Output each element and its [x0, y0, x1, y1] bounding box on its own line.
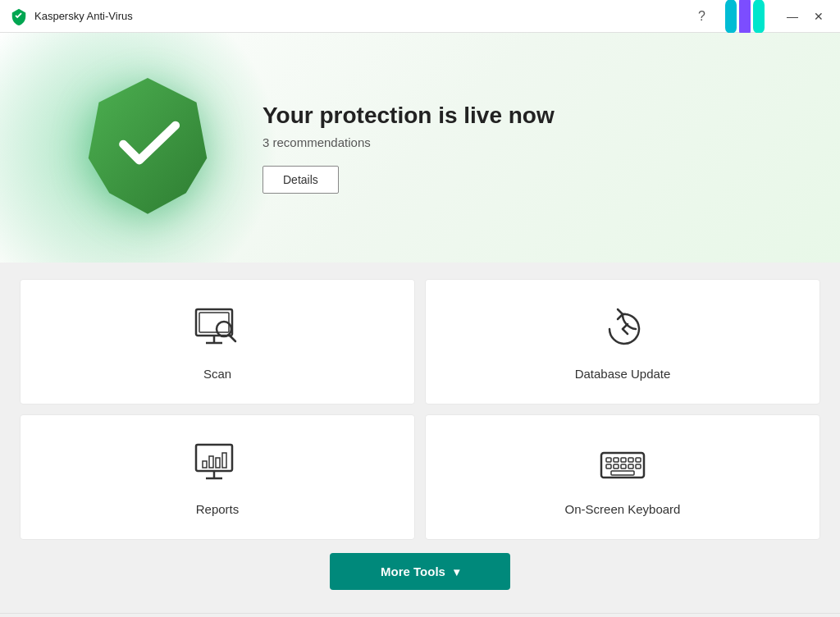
reports-tile[interactable]: Reports — [20, 414, 415, 540]
recommendations-text: 3 recommendations — [262, 135, 555, 149]
svg-rect-16 — [621, 458, 626, 462]
kaspersky-logo-group — [725, 0, 765, 37]
scan-label: Scan — [203, 367, 231, 381]
svg-rect-13 — [601, 453, 644, 478]
svg-rect-17 — [628, 458, 633, 462]
hero-text: Your protection is live now 3 recommenda… — [262, 103, 555, 194]
svg-rect-23 — [636, 464, 641, 468]
window-controls: — ✕ — [781, 5, 830, 28]
ks-bar-teal — [753, 0, 765, 34]
title-bar: Kaspersky Anti-Virus ? — ✕ — [0, 0, 840, 33]
database-update-label: Database Update — [575, 367, 671, 381]
more-tools-container: More Tools ▾ — [20, 553, 820, 590]
update-icon — [596, 306, 649, 355]
svg-rect-18 — [636, 458, 641, 462]
main-content: Scan Database Update — [0, 263, 840, 613]
chevron-down-icon: ▾ — [454, 565, 459, 578]
svg-rect-12 — [222, 453, 226, 468]
shield-container — [66, 57, 230, 238]
svg-rect-24 — [611, 471, 634, 475]
svg-rect-15 — [614, 458, 619, 462]
protection-title: Your protection is live now — [262, 103, 555, 129]
title-bar-left: Kaspersky Anti-Virus — [10, 7, 133, 25]
reports-icon — [191, 441, 244, 491]
ks-bar-purple — [739, 0, 751, 37]
database-update-tile[interactable]: Database Update — [425, 279, 820, 404]
tiles-grid: Scan Database Update — [20, 279, 820, 540]
scan-icon — [191, 306, 244, 355]
footer: ⚙ ↻ Other products My Kaspersky Subscrip… — [0, 613, 840, 617]
close-button[interactable]: ✕ — [807, 5, 830, 28]
minimize-button[interactable]: — — [781, 5, 804, 28]
app-title: Kaspersky Anti-Virus — [34, 10, 133, 22]
title-bar-right: ? — ✕ — [692, 0, 830, 37]
svg-rect-10 — [209, 456, 213, 468]
app-logo-icon — [10, 7, 28, 25]
on-screen-keyboard-label: On-Screen Keyboard — [565, 502, 681, 516]
hero-section: Your protection is live now 3 recommenda… — [0, 33, 840, 263]
reports-label: Reports — [196, 502, 240, 516]
scan-tile[interactable]: Scan — [20, 279, 415, 404]
more-tools-button[interactable]: More Tools ▾ — [330, 553, 510, 590]
svg-rect-21 — [621, 464, 626, 468]
svg-rect-19 — [606, 464, 611, 468]
on-screen-keyboard-tile[interactable]: On-Screen Keyboard — [425, 414, 820, 540]
details-button[interactable]: Details — [262, 166, 339, 194]
shield-icon — [78, 70, 217, 226]
svg-rect-22 — [628, 464, 633, 468]
help-button[interactable]: ? — [692, 6, 712, 27]
ks-bar-cyan — [725, 0, 737, 34]
svg-rect-14 — [606, 458, 611, 462]
more-tools-label: More Tools — [381, 564, 445, 578]
svg-rect-11 — [216, 458, 220, 468]
svg-rect-9 — [203, 461, 207, 468]
keyboard-icon — [596, 441, 649, 491]
svg-rect-20 — [614, 464, 619, 468]
